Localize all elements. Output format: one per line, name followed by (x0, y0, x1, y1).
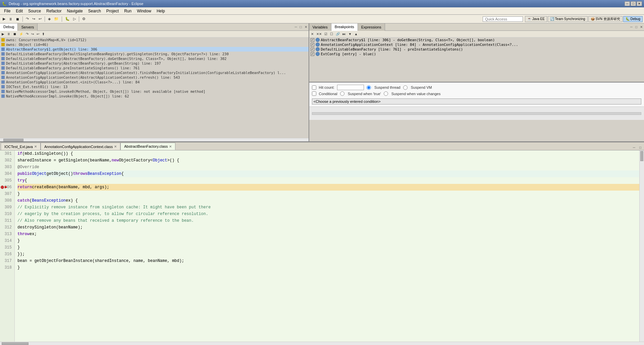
debug-suspend-btn[interactable]: ⏸ (6, 32, 11, 36)
quick-access-input[interactable] (483, 16, 523, 22)
toolbar-btn-step-return[interactable]: ↩ (37, 16, 43, 22)
stack-frame-dlbf-1[interactable]: DefaultListableBeanFactory(DefaultSingle… (0, 52, 309, 56)
stack-frame-dlbf-4[interactable]: DefaultListableBeanFactory.preInstantiat… (0, 66, 309, 70)
menu-search[interactable]: Search (86, 8, 104, 14)
bp-enable-btn[interactable]: ☑ (323, 32, 328, 36)
bp-skip-btn[interactable]: ⏭ (341, 32, 347, 36)
editor-tab-acac[interactable]: AnnotationConfigApplicationContext.class… (41, 143, 120, 150)
editor-tab-ioc[interactable]: IOCTest_Ext.java ✕ (1, 143, 41, 150)
stack-owns-obj[interactable]: owns: Object (id=46) (0, 42, 309, 47)
bp-remove-btn[interactable]: ✕ (310, 32, 315, 36)
debug-terminate-btn[interactable]: ⏹ (12, 32, 17, 36)
debug-close-btn[interactable]: ✕ (303, 25, 309, 29)
expressions-tab[interactable]: Expressions (358, 23, 385, 31)
toolbar-btn-step-over[interactable]: ↪ (31, 16, 37, 22)
menu-file[interactable]: File (1, 8, 13, 14)
servers-tab[interactable]: Servers (18, 23, 38, 31)
bp-item-1[interactable]: AbstractBeanFactory$1 [line: 306] - doGe… (309, 38, 644, 42)
stack-frame-ioc[interactable]: IOCTest_Ext.test01() line: 13 (0, 84, 309, 89)
debug-scroll-thumb[interactable] (3, 139, 23, 141)
bp-disable-btn[interactable]: ☐ (329, 32, 334, 36)
menu-refactor[interactable]: Refactor (44, 8, 64, 14)
toolbar-btn-debug-run[interactable]: 🐛 (64, 16, 71, 22)
bp-suspend-when-value-radio[interactable] (384, 91, 388, 96)
perspective-team-sync[interactable]: 🔄 Team Synchronizing (548, 16, 588, 22)
menu-window[interactable]: Window (134, 8, 154, 14)
minimize-button[interactable]: ─ (625, 1, 630, 6)
toolbar-btn-open[interactable]: 📁 (53, 16, 60, 22)
bp-condition-input[interactable] (312, 98, 641, 105)
debug-step-return-btn[interactable]: ↩ (36, 32, 40, 36)
variables-minimize-btn[interactable]: ─ (629, 25, 634, 29)
variables-maximize-btn[interactable]: □ (634, 25, 639, 29)
bp-item-3[interactable]: DefaultListableBeanFactory [line: 761] -… (309, 47, 644, 52)
bp-collapse-btn[interactable]: ▲ (354, 32, 359, 36)
debug-resume-btn[interactable]: ▶ (1, 32, 5, 36)
stack-frame-native-2[interactable]: NativeMethodAccessorImpl.invoke(Object, … (0, 94, 309, 98)
toolbar-btn-2[interactable]: ⏸ (7, 16, 14, 22)
breakpoints-tab[interactable]: Breakpoints (331, 23, 358, 31)
bp-hit-count-checkbox[interactable] (312, 85, 316, 90)
acac-tab-close[interactable]: ✕ (114, 145, 117, 148)
bp-suspend-vm-radio[interactable] (403, 85, 408, 90)
debug-minimize-btn[interactable]: ─ (293, 25, 298, 29)
menu-edit[interactable]: Edit (13, 8, 25, 14)
toolbar-btn-stop[interactable]: ⏹ (14, 16, 21, 22)
bp-remove-all-btn[interactable]: ✕✕ (315, 32, 323, 36)
stack-frame-dlbf-2[interactable]: DefaultListableBeanFactory(AbstractBeanF… (0, 56, 309, 61)
menu-navigate[interactable]: Navigate (64, 8, 85, 14)
bp-suspend-when-true-radio[interactable] (340, 91, 344, 96)
variables-close-btn[interactable]: ✕ (639, 25, 644, 29)
editor-horiz-scroll[interactable] (0, 342, 644, 345)
close-button[interactable]: ✕ (637, 1, 642, 6)
menu-help[interactable]: Help (154, 8, 168, 14)
bp-horiz-scroll[interactable] (312, 112, 641, 115)
toolbar-btn-step-into[interactable]: ↷ (24, 16, 30, 22)
stack-frame-acac-2[interactable]: AnnotationConfigApplicationContext(Abstr… (0, 75, 309, 80)
debug-disconnect-btn[interactable]: ⚡ (18, 32, 24, 36)
stack-owns-map[interactable]: owns: ConcurrentHashMap<K,V> (id=1712) (0, 38, 309, 42)
stack-frame-acac-3[interactable]: AnnotationConfigApplicationContext.<init… (0, 80, 309, 84)
bp-checkbox-1[interactable] (311, 38, 314, 42)
bp-checkbox-2[interactable] (311, 43, 314, 47)
bp-checkbox-4[interactable] (311, 52, 314, 56)
toolbar-btn-extra[interactable]: ⚙ (81, 16, 87, 22)
menu-source[interactable]: Source (25, 8, 44, 14)
debug-step-over-btn[interactable]: ↪ (30, 32, 35, 36)
stack-frame-dlbf-3[interactable]: DefaultListableBeanFactory(AbstractBeanF… (0, 61, 309, 66)
editor-maximize-btn[interactable]: □ (637, 145, 643, 150)
bp-item-2[interactable]: AnnotationConfigApplicationContext [line… (309, 42, 644, 47)
maximize-button[interactable]: □ (631, 1, 636, 6)
title-bar-controls[interactable]: ─ □ ✕ (625, 1, 642, 6)
bp-item-4[interactable]: ExtConfig [entry] - blue() (309, 52, 644, 56)
toolbar-btn-run2[interactable]: ▷ (72, 16, 77, 22)
debug-step-into-btn[interactable]: ↷ (25, 32, 30, 36)
bp-conditional-checkbox[interactable] (312, 91, 316, 96)
debug-drop-frame-btn[interactable]: ⬆ (41, 32, 46, 36)
perspective-javaee[interactable]: ☕ Java EE (525, 16, 547, 22)
vscroll-thumb[interactable] (640, 151, 643, 161)
menu-project[interactable]: Project (104, 8, 121, 14)
editor-minimize-btn[interactable]: ─ (631, 145, 637, 150)
bp-link-btn[interactable]: 🔗 (335, 32, 341, 36)
editor-vscroll[interactable] (639, 150, 644, 342)
debug-tab[interactable]: Debug (0, 23, 18, 31)
ioc-tab-close[interactable]: ✕ (34, 145, 37, 148)
toolbar-btn-1[interactable]: ▶ (1, 16, 7, 22)
abf-tab-close[interactable]: ✕ (169, 145, 172, 148)
stack-frame-native-1[interactable]: NativeMethodAccessorImpl.invoke0(Method,… (0, 89, 309, 94)
bp-suspend-thread-radio[interactable] (367, 85, 371, 90)
stack-frame-acac-1[interactable]: AnnotationConfigApplicationContext(Abstr… (0, 70, 309, 75)
editor-tab-abf[interactable]: AbstractBeanFactory.class ✕ (120, 143, 175, 150)
bp-expand-btn[interactable]: ▼ (347, 32, 353, 36)
bp-checkbox-3[interactable] (311, 48, 314, 51)
toolbar-btn-new[interactable]: ◈ (47, 16, 52, 22)
code-view[interactable]: if (mbd.isSingleton()) { sharedInstance … (15, 150, 639, 342)
perspective-svn[interactable]: 📦 SVN 资源库研究 (588, 16, 623, 22)
editor-scroll-thumb[interactable] (2, 342, 29, 345)
debug-maximize-btn[interactable]: □ (299, 25, 303, 29)
debug-horiz-scroll[interactable] (0, 138, 309, 141)
perspective-debug[interactable]: 🐛 Debug (623, 16, 643, 22)
stack-frame-abstract-1[interactable]: AbstractBeanFactory$1.getObject() line: … (0, 47, 309, 52)
variables-tab[interactable]: Variables (309, 23, 331, 31)
